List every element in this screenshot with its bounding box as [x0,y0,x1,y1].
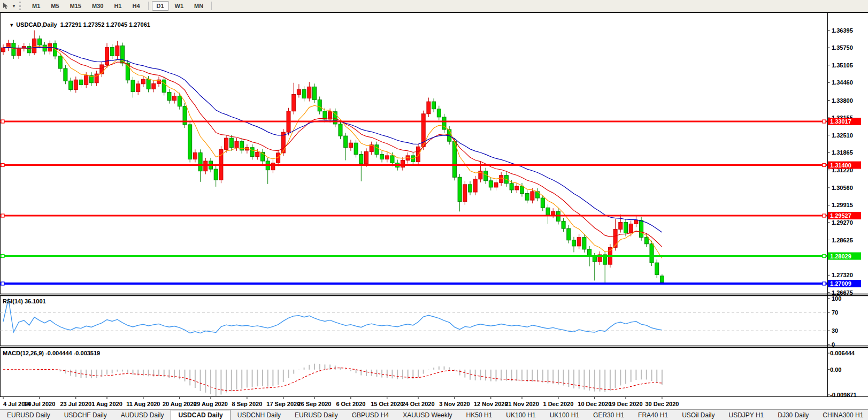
line-handle[interactable] [1,120,4,123]
price-tag-1.27009: 1.27009 [830,280,851,287]
candle [344,136,348,148]
chart-tab-xauusd-weekly-7[interactable]: XAUUSD Weekly [396,410,459,420]
candle [525,194,529,201]
chart-tab-gbpusd-h4-6[interactable]: GBPUSD H4 [345,410,396,420]
date-axis-label: 15 Oct 2020 [371,401,403,407]
candle [629,224,633,233]
chart-tab-usdchf-daily-1[interactable]: USDCHF Daily [57,410,114,420]
candle [17,48,21,56]
candle [390,156,394,163]
rsi-indicator-label: RSI(14) 36.1001 [3,298,46,304]
price-axis-label: 1.29270 [832,219,853,226]
price-tag-1.28029: 1.28029 [830,253,851,259]
date-axis-label: 24 Oct 2020 [402,401,434,407]
candle [250,148,254,157]
chart-tab-hk50-h1-8[interactable]: HK50 H1 [459,410,500,420]
candle [105,48,109,65]
candle [204,161,208,171]
candle [339,124,342,136]
line-handle[interactable] [1,214,4,217]
candle [33,39,36,53]
chart-tab-audusd-daily-2[interactable]: AUDUSD Daily [114,410,171,420]
candle [193,152,197,159]
chart-tab-usdjpy-h1-14[interactable]: USDJPY H1 [721,410,771,420]
symbol-dropdown-icon[interactable]: ▼ [9,22,14,28]
macd-axis-label: -0.009871 [830,392,857,398]
candle [375,145,379,155]
date-axis-label: 26 Sep 2020 [298,401,332,407]
line-handle[interactable] [823,282,826,285]
trading-terminal: ▼ M1M5M15M30H1H4D1W1MN ▼USDCAD,Daily 1.2… [0,0,868,420]
candle [380,154,384,159]
candle [468,185,472,192]
candle [229,138,233,148]
price-chart-canvas[interactable]: 1.363951.357501.351051.344601.338001.331… [0,0,868,420]
candle [365,151,368,164]
candle [458,177,462,201]
candle [531,192,534,200]
price-axis-label: 1.32510 [832,132,853,139]
date-axis-label: 23 Jul 2020 [60,401,91,407]
ohlc-values: 1.27291 1.27352 1.27045 1.27061 [60,21,150,28]
candle [494,182,498,187]
candle [136,84,140,92]
chart-tab-uk100-h1-9[interactable]: UK100 H1 [499,410,542,420]
rsi-line [3,299,662,333]
chart-tab-usdcad-daily-3[interactable]: USDCAD Daily [171,410,230,420]
line-handle[interactable] [823,120,826,123]
candle [593,256,596,262]
candle [588,249,592,256]
date-axis-label: 11 Aug 2020 [126,401,160,407]
chart-tab-dj30-daily-15[interactable]: DJ30 Daily [771,410,816,420]
candle [110,48,114,56]
candle [58,56,62,68]
macd-indicator-label: MACD(12,26,9) -0.004444 -0.003519 [3,350,100,356]
line-handle[interactable] [823,164,826,167]
price-axis-label: 1.31865 [832,149,853,156]
date-axis-label: 29 Aug 2020 [194,401,228,407]
candle [359,154,363,164]
chart-tab-fra40-h1-12[interactable]: FRA40 H1 [631,410,675,420]
price-axis-label: 1.28625 [832,237,853,243]
chart-tab-ger30-h1-11[interactable]: GER30 H1 [586,410,631,420]
line-handle[interactable] [823,255,826,258]
price-axis-label: 1.36395 [832,27,853,34]
line-handle[interactable] [823,214,826,217]
chart-tab-uk100-h1-10[interactable]: UK100 H1 [543,410,586,420]
date-axis-label: 12 Nov 2020 [474,401,508,407]
chart-tab-usdcnh-daily-4[interactable]: USDCNH Daily [231,410,288,420]
chart-tab-eurusd-daily-0[interactable]: EURUSD Daily [0,410,57,420]
candle [489,181,493,187]
line-handle[interactable] [1,164,4,167]
symbol-name: USDCAD,Daily [16,21,57,28]
candle [650,244,654,263]
line-handle[interactable] [1,255,4,258]
candle [577,238,581,246]
price-axis-label: 1.27320 [832,272,853,278]
candle [2,48,5,52]
chart-tab-china300-h1-16[interactable]: CHINA300 H1 [816,410,868,420]
date-axis-label: 1 Dec 2020 [543,401,573,407]
chart-tab-bar: EURUSD DailyUSDCHF DailyAUDUSD DailyUSDC… [0,409,868,420]
rsi-axis-label: 30 [832,327,838,334]
candle [640,220,643,237]
candle [256,152,259,156]
date-axis-label: 6 Oct 2020 [336,401,365,407]
price-tag-1.33017: 1.33017 [830,118,851,125]
candle [147,79,150,89]
chart-tab-eurusd-daily-5[interactable]: EURUSD Daily [288,410,345,420]
candle [624,222,628,233]
candle [520,186,524,194]
candle [131,80,135,92]
candle [500,175,503,183]
line-handle[interactable] [1,282,4,285]
chart-tab-usoil-daily-13[interactable]: USOil Daily [675,410,721,420]
candle [167,92,171,100]
candle [69,81,73,89]
candle [152,83,156,89]
candle [214,169,218,180]
candle [64,68,67,81]
candle [572,240,576,246]
candle [349,143,352,148]
candle [292,94,296,111]
